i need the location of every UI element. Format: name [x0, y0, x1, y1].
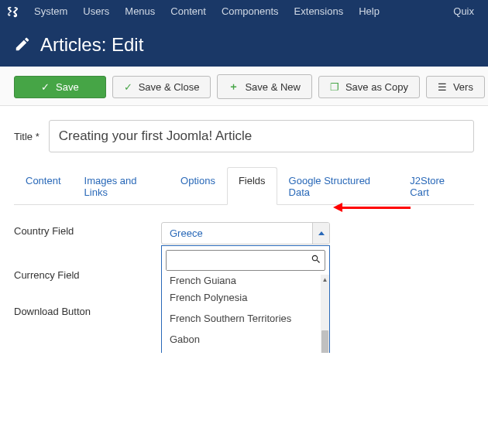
- nav-users[interactable]: Users: [75, 0, 117, 23]
- caret-up-icon: [312, 223, 329, 244]
- nav-components[interactable]: Components: [214, 0, 287, 23]
- dropdown-option-list: French GuianaFrench PolynesiaFrench Sout…: [162, 275, 329, 353]
- save-new-button[interactable]: ＋ Save & New: [217, 74, 312, 99]
- check-icon: ✓: [41, 81, 50, 93]
- versions-button[interactable]: ☰ Vers: [426, 76, 485, 98]
- stack-icon: ☰: [438, 81, 447, 93]
- dropdown-option[interactable]: Gambia: [162, 350, 329, 353]
- check-icon: ✓: [124, 81, 132, 93]
- dropdown-search: [166, 250, 325, 271]
- joomla-logo-icon[interactable]: [6, 5, 19, 18]
- title-row: Title *: [14, 120, 474, 152]
- save-close-button[interactable]: ✓ Save & Close: [112, 76, 211, 98]
- dropdown-option[interactable]: French Guiana: [162, 275, 329, 287]
- dropdown-scrollbar[interactable]: ▲ ▼: [321, 275, 329, 353]
- search-icon: [306, 251, 326, 270]
- fields-panel: Country Field Greece: [14, 205, 474, 317]
- scroll-thumb[interactable]: [321, 330, 328, 353]
- country-select[interactable]: Greece: [161, 222, 330, 245]
- pencil-icon: [14, 36, 31, 55]
- plus-icon: ＋: [229, 80, 239, 94]
- nav-content[interactable]: Content: [163, 0, 214, 23]
- scroll-up-icon[interactable]: ▲: [321, 275, 329, 284]
- tab-options[interactable]: Options: [169, 167, 227, 205]
- nav-help[interactable]: Help: [351, 0, 387, 23]
- dropdown-search-input[interactable]: [167, 251, 306, 270]
- country-field-label: Country Field: [14, 222, 161, 245]
- copy-icon: ❐: [330, 81, 339, 93]
- tab-google-structured-data[interactable]: Google Structured Data: [277, 167, 399, 205]
- tabs: ContentImages and LinksOptionsFieldsGoog…: [14, 166, 474, 205]
- title-input[interactable]: [49, 120, 474, 152]
- toolbar: ✓ Save ✓ Save & Close ＋ Save & New ❐ Sav…: [0, 67, 488, 106]
- dropdown-option[interactable]: French Southern Territories: [162, 308, 329, 329]
- title-label: Title *: [14, 131, 40, 142]
- country-dropdown: French GuianaFrench PolynesiaFrench Sout…: [161, 245, 330, 353]
- page-header: Articles: Edit: [0, 23, 488, 67]
- dropdown-option[interactable]: Gabon: [162, 329, 329, 350]
- top-nav: System Users Menus Content Components Ex…: [0, 0, 488, 23]
- currency-field-label: Currency Field: [14, 266, 161, 281]
- tab-fields[interactable]: Fields: [227, 167, 277, 205]
- nav-quix[interactable]: Quix: [445, 0, 482, 23]
- download-button-label: Download Button: [14, 303, 161, 317]
- tab-content[interactable]: Content: [14, 167, 73, 205]
- save-button[interactable]: ✓ Save: [14, 76, 106, 98]
- country-field-control: Greece French GuianaFrench PolynesiaFr: [161, 222, 330, 245]
- tab-images-and-links[interactable]: Images and Links: [73, 167, 170, 205]
- nav-menus[interactable]: Menus: [117, 0, 163, 23]
- dropdown-option[interactable]: French Polynesia: [162, 287, 329, 308]
- content-area: Title * ContentImages and LinksOptionsFi…: [0, 106, 488, 353]
- country-select-value: Greece: [162, 223, 312, 244]
- page-title: Articles: Edit: [40, 34, 143, 56]
- nav-system[interactable]: System: [26, 0, 75, 23]
- nav-extensions[interactable]: Extensions: [287, 0, 352, 23]
- save-copy-button[interactable]: ❐ Save as Copy: [318, 76, 420, 98]
- tab-j2store-cart[interactable]: J2Store Cart: [398, 167, 474, 205]
